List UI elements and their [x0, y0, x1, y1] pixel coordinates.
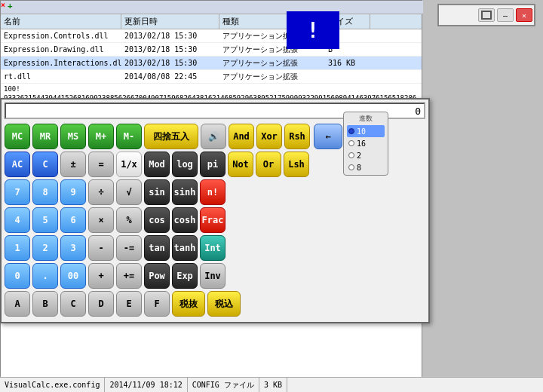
btn-f[interactable]: F	[144, 291, 170, 317]
btn-00[interactable]: 00	[60, 263, 86, 289]
sound-button[interactable]: 🔊	[201, 124, 226, 149]
pow-button[interactable]: Pow	[144, 263, 170, 289]
kisu-8-label: 8	[357, 164, 361, 172]
cosh-button[interactable]: cosh	[172, 207, 198, 233]
file-row[interactable]: Expression.Controls.dll 2013/02/18 15:30…	[1, 29, 422, 43]
subequals-button[interactable]: -=	[116, 235, 142, 261]
exp-button[interactable]: Exp	[172, 263, 198, 289]
btn-dot[interactable]: .	[32, 263, 58, 289]
and-button[interactable]: And	[229, 124, 254, 149]
kisu-10-label: 10	[357, 127, 366, 136]
notification-bar: !	[287, 11, 339, 49]
ms-button[interactable]: MS	[60, 124, 86, 149]
backspace-button[interactable]: ←	[314, 124, 342, 149]
col-name: 名前	[1, 14, 121, 29]
mod-button[interactable]: Mod	[144, 152, 170, 177]
kisu-16[interactable]: 16	[347, 137, 385, 149]
add-button[interactable]: +	[88, 263, 114, 289]
tax-excl-button[interactable]: 税抜	[172, 291, 205, 317]
round-button[interactable]: 四捨五入	[144, 124, 198, 149]
tab-bar: × +	[1, 1, 423, 14]
btn-7[interactable]: 7	[5, 179, 30, 205]
equals-button[interactable]: =	[88, 152, 114, 177]
factorial-button[interactable]: n!	[200, 179, 225, 205]
window-square-button[interactable]	[478, 8, 495, 22]
col-date: 更新日時	[121, 14, 219, 29]
btn-8[interactable]: 8	[32, 179, 58, 205]
multiply-button[interactable]: ×	[88, 207, 114, 233]
status-bar: VisualCalc.exe.config 2014/11/09 18:12 C…	[0, 377, 543, 392]
addequals-button[interactable]: +=	[116, 263, 142, 289]
kisu-2[interactable]: 2	[347, 149, 385, 161]
mc-button[interactable]: MC	[5, 124, 30, 149]
top-right-window: — ✕	[437, 4, 535, 26]
sin-button[interactable]: sin	[144, 179, 170, 205]
cos-button[interactable]: cos	[144, 207, 170, 233]
file-row[interactable]: Expression.Interactions.dll 2013/02/18 1…	[1, 57, 422, 70]
btn-row-4: 4 5 6 × % cos cosh Frac	[5, 207, 425, 233]
divide-button[interactable]: ÷	[88, 179, 114, 205]
btn-row-3: 7 8 9 ÷ √ sin sinh n!	[5, 179, 425, 205]
ac-button[interactable]: AC	[5, 152, 30, 177]
sqrt-button[interactable]: √	[116, 179, 142, 205]
or-button[interactable]: Or	[256, 152, 281, 177]
exclamation-icon: !	[307, 18, 320, 43]
mr-button[interactable]: MR	[32, 124, 58, 149]
window-close-button[interactable]: ✕	[516, 8, 532, 22]
tax-incl-button[interactable]: 税込	[207, 291, 241, 317]
btn-d[interactable]: D	[88, 291, 114, 317]
radio-16	[348, 140, 354, 146]
int-button[interactable]: Int	[200, 235, 225, 261]
btn-2[interactable]: 2	[32, 235, 58, 261]
tan-button[interactable]: tan	[144, 235, 170, 261]
btn-a[interactable]: A	[5, 291, 30, 317]
status-size: 3 KB	[259, 378, 287, 392]
pi-button[interactable]: pi	[200, 152, 225, 177]
file-list-header: 名前 更新日時 種類 サイズ	[1, 14, 422, 29]
radio-8	[348, 164, 354, 170]
subtract-button[interactable]: -	[88, 235, 114, 261]
btn-1[interactable]: 1	[5, 235, 30, 261]
mplus-button[interactable]: M+	[88, 124, 114, 149]
status-date: 2014/11/09 18:12	[105, 378, 187, 392]
btn-3[interactable]: 3	[60, 235, 86, 261]
rsh-button[interactable]: Rsh	[284, 124, 310, 149]
percent-button[interactable]: %	[116, 207, 142, 233]
kisu-panel: 進数 10 16 2 8	[343, 112, 388, 176]
file-row[interactable]: Expression.Drawing.dll 2013/02/18 15:30 …	[1, 43, 422, 57]
file-row[interactable]: rt.dll 2014/08/08 22:45 アプリケーション拡張	[1, 70, 422, 84]
square-icon	[481, 11, 492, 20]
kisu-8[interactable]: 8	[347, 161, 385, 173]
btn-e[interactable]: E	[116, 291, 142, 317]
inv-button[interactable]: Inv	[200, 263, 225, 289]
radio-10	[348, 128, 354, 134]
btn-row-7: A B C D E F 税抜 税込	[5, 291, 425, 317]
btn-c[interactable]: C	[60, 291, 86, 317]
window-minimize-button[interactable]: —	[497, 8, 514, 22]
status-filename: VisualCalc.exe.config	[0, 378, 105, 392]
not-button[interactable]: Not	[228, 152, 253, 177]
reciprocal-button[interactable]: 1/x	[116, 152, 142, 177]
btn-b[interactable]: B	[32, 291, 58, 317]
tanh-button[interactable]: tanh	[172, 235, 198, 261]
btn-9[interactable]: 9	[60, 179, 86, 205]
lsh-button[interactable]: Lsh	[284, 152, 309, 177]
tab-add-icon[interactable]: +	[8, 1, 13, 14]
c-button[interactable]: C	[32, 152, 58, 177]
kisu-title: 進数	[347, 114, 385, 124]
btn-0[interactable]: 0	[5, 263, 30, 289]
xor-button[interactable]: Xor	[256, 124, 282, 149]
mminus-button[interactable]: M-	[116, 124, 142, 149]
btn-4[interactable]: 4	[5, 207, 30, 233]
kisu-10[interactable]: 10	[347, 125, 385, 137]
btn-6[interactable]: 6	[60, 207, 86, 233]
plusminus-button[interactable]: ±	[60, 152, 86, 177]
tab-close-icon[interactable]: ×	[1, 1, 5, 14]
frac-button[interactable]: Frac	[200, 207, 225, 233]
sinh-button[interactable]: sinh	[172, 179, 198, 205]
btn-row-5: 1 2 3 - -= tan tanh Int	[5, 235, 425, 261]
btn-5[interactable]: 5	[32, 207, 58, 233]
log-button[interactable]: log	[172, 152, 198, 177]
status-type: CONFIG ファイル	[188, 378, 259, 392]
radio-2	[348, 152, 354, 158]
